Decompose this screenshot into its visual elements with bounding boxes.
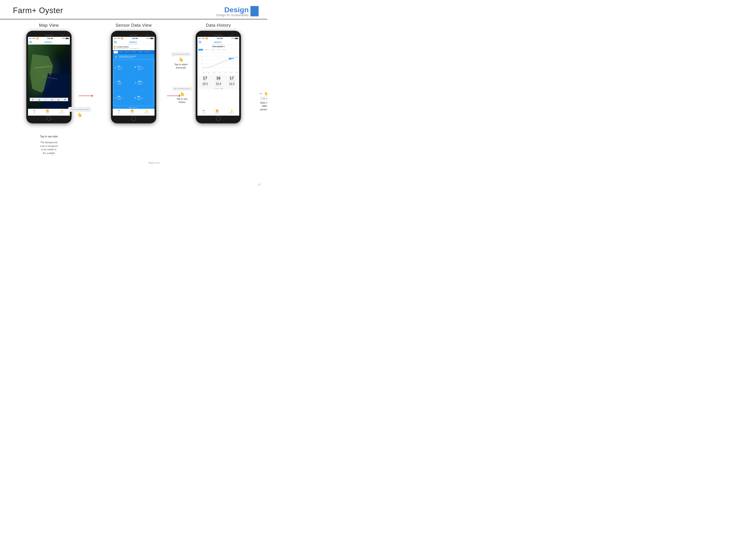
quality-icon: 💧 <box>115 55 118 58</box>
favorite-icon[interactable]: ☆ <box>151 46 153 49</box>
phone-history: ●●○○ BELL 📶 4:21 PM 100% <box>196 31 241 123</box>
battery-tip-map <box>68 38 69 39</box>
toolbar-sensor-sensor[interactable]: 📶 Sensor <box>130 110 134 115</box>
speaker-history <box>214 35 223 36</box>
turbidity-data: 5% Turbidity Normal <box>118 80 122 85</box>
si-turb: 〰 <box>45 99 46 101</box>
sensor-cell-turbidity: 〰 5% Turbidity Normal <box>114 75 134 90</box>
home-button-map[interactable] <box>46 116 51 121</box>
hamburger-menu-sensor[interactable] <box>114 41 117 43</box>
home-button-history[interactable] <box>216 116 221 121</box>
tab-monthly[interactable]: Monthly <box>144 51 150 53</box>
hand-icon-map: 👆 <box>77 112 82 117</box>
map-sensor-icons: 🌡 🌊 〰 💧 🔒 ⚙ <box>30 98 68 101</box>
camera-sensor <box>147 35 148 36</box>
logo-sensor: sense-t from sensing to intelligence <box>128 40 138 44</box>
sensor-cell-temp: 🌡 14°C Water Temp. Normal <box>114 60 134 75</box>
phone-top-history <box>198 33 239 37</box>
tab-12hours[interactable]: 12hours <box>124 51 130 53</box>
hdot-6 <box>222 88 223 89</box>
o2-data: 10% Dissolved O₂ Normal <box>138 80 144 85</box>
chart-canvas: 15 <box>202 52 238 72</box>
tab-weekly[interactable]: Weekly <box>138 51 144 53</box>
tap-timescale-primary: Tap for primary action <box>171 52 191 56</box>
o2-value-row: 10% <box>138 80 144 83</box>
logo-history: sense-t from sensing to intelligence <box>212 40 223 44</box>
page-header: Farm+ Oyster Design Design for Sustainab… <box>0 0 267 19</box>
chart-tab-month[interactable]: Month <box>222 49 227 51</box>
history-view-section: Data History ●●○○ BELL 📶 4:21 PM <box>196 23 241 123</box>
tab-24hours[interactable]: 24hours <box>131 51 137 53</box>
tap-primary-label: Tap for primary action <box>68 107 91 112</box>
arrow-2 <box>167 95 180 97</box>
toolbar-history-sensor[interactable]: 📶 Sensor <box>215 110 219 115</box>
phone-bottom-map <box>28 115 70 121</box>
chart-area: % 25 20 15 10 5 0 <box>198 51 239 75</box>
hamburger-menu-map[interactable] <box>29 41 32 43</box>
tap-history-primary: Tap for primary action <box>172 87 192 90</box>
dot-1 <box>129 107 130 108</box>
map-area[interactable]: 📍 📍 🌡 🌊 〰 💧 🔒 ⚙ <box>28 44 70 109</box>
toolbar-sensor-map[interactable]: 🗺 Map <box>118 110 120 115</box>
map-pin-1[interactable]: 📍 <box>43 75 45 78</box>
sensor-callout-timescale: Tap for primary action 👆 Tap to selectti… <box>171 52 191 69</box>
toolbar-history-map[interactable]: 🗺 Map <box>202 110 205 115</box>
design-box <box>251 6 258 16</box>
history-callout-slide: ← 👆 → Slide to pan Slide to seedifferent… <box>259 91 267 111</box>
toolbar-map-watchlist[interactable]: ⭐ Watch List <box>60 110 65 115</box>
temp-value-row: 14°C <box>118 65 124 67</box>
sensor-icon: 📶 <box>46 110 49 112</box>
sensor-metrics-grid: 🌡 14°C Water Temp. Normal <box>113 59 154 106</box>
tab-6hour[interactable]: 6hour <box>118 51 123 53</box>
chart-tabs: 6hour 12hours 24hours Week Month <box>198 48 239 51</box>
map-icon: 🗺 <box>33 110 35 112</box>
status-bar-history: ●●○○ BELL 📶 4:21 PM 100% <box>198 37 239 40</box>
map-pin-2[interactable]: 📍 <box>49 73 51 76</box>
chart-tab-12h[interactable]: 12hours <box>203 49 209 51</box>
toolbar-sensor-watchlist[interactable]: ⭐ Watch List <box>145 110 149 115</box>
toolbar-history-watchlist[interactable]: ⭐ Watch List <box>229 110 234 115</box>
battery-icon-history <box>235 38 238 39</box>
watchlist-icon: ⭐ <box>61 110 63 112</box>
slide-label-primary: Slide to pan <box>260 97 267 100</box>
stat-now: 17 Now <box>198 76 212 81</box>
camera-map <box>62 35 63 36</box>
hdot-4 <box>219 88 220 89</box>
screen-map: ●●○○ BELL 📶 4:21 PM 100% <box>28 37 70 115</box>
temp-data: 14°C Water Temp. Normal <box>118 65 124 70</box>
phone-frame-history: ●●○○ BELL 📶 4:21 PM 100% <box>196 31 241 123</box>
o2-icon: 💧 <box>134 81 137 84</box>
salinity-icon: 🌊 <box>134 66 137 69</box>
battery-tip-history <box>238 38 238 39</box>
map-bg-annotation: The background color is designed to be v… <box>40 140 58 155</box>
status-bar-map: ●●○○ BELL 📶 4:21 PM 100% <box>28 37 70 40</box>
arrow-left: ← <box>259 91 263 96</box>
brand-area: Design Design for Sustainability <box>216 6 258 17</box>
chart-tab-week[interactable]: Week <box>216 49 221 51</box>
map-view-title: Map View <box>39 23 59 28</box>
stat-month: 12.2 month avg <box>225 82 238 86</box>
status-bar-sensor: ●●○○ BELL 📶 4:21 PM 100% <box>113 37 154 40</box>
chart-title: Chlorophyll A <box>198 44 239 48</box>
home-button-sensor[interactable] <box>131 116 136 121</box>
history-content: Chlorophyll A 6hour 12hours 24hours Week… <box>198 44 239 109</box>
hand-icon-timescale: 👆 <box>178 57 184 62</box>
si-o2: 💧 <box>51 99 53 101</box>
sensor-view-title: Sensor Data View <box>116 23 152 28</box>
status-left-map: ●●○○ BELL 📶 <box>29 38 39 39</box>
tab-now[interactable]: Now <box>114 51 118 53</box>
chart-tab-6h[interactable]: 6hour <box>198 49 203 51</box>
bottom-toolbar-map: 🗺 Map 📶 Sensor ⭐ Watch List <box>28 109 70 115</box>
location-info: 📶 Location Name 🔄 Last update: 15mins ag… <box>114 46 139 49</box>
chart-tab-24h[interactable]: 24hours <box>210 49 216 51</box>
toolbar-map-map[interactable]: 🗺 Map <box>33 110 35 115</box>
page-number: 02 <box>258 183 261 186</box>
bottom-toolbar-history: 🗺 Map 📶 Sensor ⭐ Watch List <box>198 109 239 115</box>
design-label: Design Design for Sustainability <box>216 6 249 17</box>
toolbar-map-sensor[interactable]: 📶 Sensor <box>46 110 49 115</box>
battery-icon-map <box>66 38 68 39</box>
chloro-value-row: 20c <box>137 95 143 97</box>
hamburger-menu-history[interactable] <box>199 41 201 43</box>
sensor-icon-3: 📶 <box>216 110 218 112</box>
app-header-sensor: sense-t from sensing to intelligence <box>113 40 154 44</box>
